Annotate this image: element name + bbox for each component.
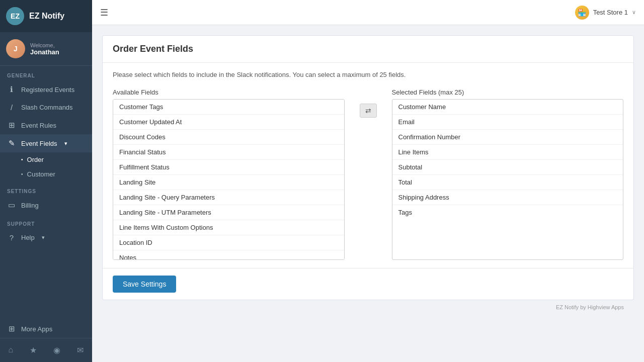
feed-footer-icon[interactable]: ◉ xyxy=(49,343,64,357)
chevron-down-icon: ▾ xyxy=(42,234,45,241)
star-footer-icon[interactable]: ★ xyxy=(26,343,41,357)
transfer-right-button[interactable]: ⇄ xyxy=(360,104,377,118)
edit-icon: ✎ xyxy=(7,139,16,148)
chevron-down-icon: ▾ xyxy=(64,140,67,147)
support-section-label: SUPPORT xyxy=(0,214,92,229)
sidebar-item-billing[interactable]: ▭ Billing xyxy=(0,196,92,214)
available-field-item[interactable]: Discount Codes xyxy=(113,130,344,145)
transfer-buttons: ⇄ xyxy=(360,88,377,118)
store-name: Test Store 1 xyxy=(593,9,628,16)
available-field-item[interactable]: Line Items With Custom Options xyxy=(113,220,344,235)
selected-fields-list[interactable]: Customer NameEmailConfirmation NumberLin… xyxy=(392,99,624,260)
available-field-item[interactable]: Landing Site xyxy=(113,175,344,190)
selected-field-item[interactable]: Confirmation Number xyxy=(392,130,623,145)
selected-fields-panel: Selected Fields (max 25) Customer NameEm… xyxy=(392,88,624,260)
selected-field-item[interactable]: Email xyxy=(392,115,623,130)
general-section-label: GENERAL xyxy=(0,66,92,80)
sidebar-sub-item-order[interactable]: Order xyxy=(0,152,92,167)
mail-footer-icon[interactable]: ✉ xyxy=(73,343,88,357)
selected-fields-label: Selected Fields (max 25) xyxy=(392,88,624,96)
fields-container: Available Fields Customer TagsCustomer U… xyxy=(113,88,623,260)
page-card-body: Please select which fields to include in… xyxy=(103,63,633,268)
sidebar-item-label: Slash Commands xyxy=(21,104,73,111)
help-icon: ? xyxy=(7,233,16,242)
topbar: ☰ 🏪 Test Store 1 ∨ xyxy=(92,0,644,25)
sub-item-label: Order xyxy=(27,156,44,163)
sidebar-item-help[interactable]: ? Help ▾ xyxy=(0,229,92,246)
page-title: Order Event Fields xyxy=(113,44,623,54)
sidebar: EZ EZ Notify J Welcome, Jonathan GENERAL… xyxy=(0,0,92,362)
sidebar-item-event-fields[interactable]: ✎ Event Fields ▾ xyxy=(0,134,92,152)
selected-field-item[interactable]: Total xyxy=(392,175,623,190)
slash-icon: / xyxy=(7,103,16,112)
available-field-item[interactable]: Location ID xyxy=(113,235,344,250)
ez-footer: EZ Notify by Highview Apps xyxy=(102,300,634,314)
available-field-item[interactable]: Customer Updated At xyxy=(113,115,344,130)
user-profile: J Welcome, Jonathan xyxy=(0,32,92,66)
store-selector[interactable]: 🏪 Test Store 1 ∨ xyxy=(575,6,636,20)
sidebar-item-slash-commands[interactable]: / Slash Commands xyxy=(0,99,92,116)
sidebar-item-label: Help xyxy=(21,234,35,241)
page-card-header: Order Event Fields xyxy=(103,36,633,63)
info-icon: ℹ xyxy=(7,85,16,94)
available-fields-label: Available Fields xyxy=(113,88,345,96)
sidebar-item-label: Registered Events xyxy=(21,86,74,94)
avatar: J xyxy=(6,39,25,58)
welcome-label: Welcome, xyxy=(30,42,59,48)
home-footer-icon[interactable]: ⌂ xyxy=(5,343,18,357)
sidebar-header: EZ EZ Notify xyxy=(0,0,92,32)
info-text: Please select which fields to include in… xyxy=(113,71,623,78)
available-fields-panel: Available Fields Customer TagsCustomer U… xyxy=(113,88,345,260)
store-icon: 🏪 xyxy=(575,6,589,20)
available-fields-list[interactable]: Customer TagsCustomer Updated AtDiscount… xyxy=(113,99,345,260)
app-logo: EZ xyxy=(6,7,24,25)
sub-item-label: Customer xyxy=(27,170,55,178)
content-area: Order Event Fields Please select which f… xyxy=(92,25,644,362)
selected-field-item[interactable]: Tags xyxy=(392,205,623,220)
selected-field-item[interactable]: Subtotal xyxy=(392,160,623,175)
hamburger-menu-icon[interactable]: ☰ xyxy=(100,7,108,18)
grid-icon: ⊞ xyxy=(7,121,16,130)
billing-icon: ▭ xyxy=(7,201,16,210)
store-chevron-icon: ∨ xyxy=(632,9,636,16)
main-content: ☰ 🏪 Test Store 1 ∨ Order Event Fields Pl… xyxy=(92,0,644,362)
available-field-item[interactable]: Landing Site - UTM Parameters xyxy=(113,205,344,220)
save-settings-button[interactable]: Save Settings xyxy=(113,276,176,293)
sidebar-item-registered-events[interactable]: ℹ Registered Events xyxy=(0,80,92,99)
sidebar-item-label: Event Rules xyxy=(21,122,56,129)
sidebar-sub-item-customer[interactable]: Customer xyxy=(0,167,92,182)
available-field-item[interactable]: Financial Status xyxy=(113,145,344,160)
sidebar-footer: ⌂ ★ ◉ ✉ xyxy=(0,338,92,362)
sidebar-item-label: Billing xyxy=(21,202,39,209)
page-card-footer: Save Settings xyxy=(103,268,633,300)
available-field-item[interactable]: Landing Site - Query Parameters xyxy=(113,190,344,205)
selected-field-item[interactable]: Customer Name xyxy=(392,100,623,115)
sidebar-item-more-apps[interactable]: ⊞ More Apps xyxy=(0,320,92,338)
sidebar-item-label: Event Fields xyxy=(21,140,57,147)
app-name: EZ Notify xyxy=(29,12,64,21)
selected-field-item[interactable]: Line Items xyxy=(392,145,623,160)
settings-section-label: SETTINGS xyxy=(0,182,92,196)
available-field-item[interactable]: Customer Tags xyxy=(113,100,344,115)
apps-icon: ⊞ xyxy=(7,324,16,333)
selected-field-item[interactable]: Shipping Address xyxy=(392,190,623,205)
sidebar-item-event-rules[interactable]: ⊞ Event Rules xyxy=(0,116,92,134)
page-card: Order Event Fields Please select which f… xyxy=(102,35,634,300)
username: Jonathan xyxy=(30,48,59,56)
sidebar-item-label: More Apps xyxy=(21,325,52,333)
available-field-item[interactable]: Notes xyxy=(113,250,344,260)
available-field-item[interactable]: Fulfillment Status xyxy=(113,160,344,175)
